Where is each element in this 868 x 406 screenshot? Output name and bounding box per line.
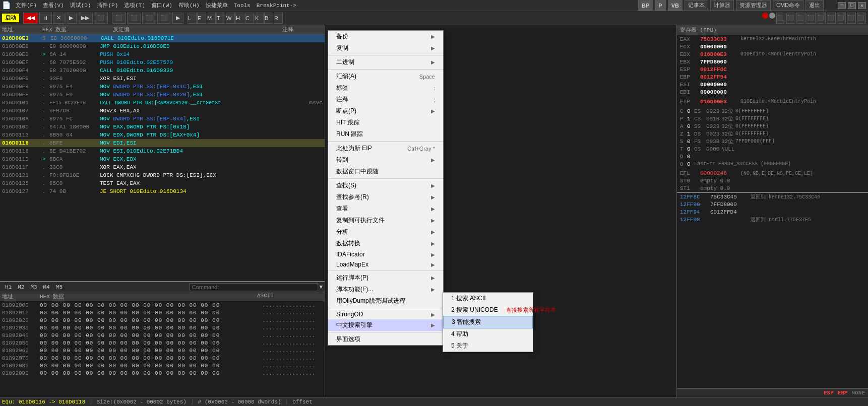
pause-btn[interactable]: ⏸: [39, 13, 52, 24]
vb-button[interactable]: VB: [668, 0, 683, 11]
mem-tab-m3[interactable]: M3: [27, 284, 40, 291]
table-row[interactable]: 016D00FB . 8975 E4 MOV DWORD PTR SS:[EBP…: [0, 83, 325, 91]
context-menu[interactable]: 备份▶ 复制▶ 二进制▶ 汇编(A)Space 标签: 注释; 断点(P)▶ H…: [328, 30, 444, 346]
table-row[interactable]: 016D00EF . 68 7075E502 PUSH 010Edito.02E…: [0, 58, 325, 66]
list-item[interactable]: 0189201000 00 00 00 00 00 00 00 00 00 00…: [0, 309, 325, 316]
win-close[interactable]: ✕: [858, 2, 866, 9]
table-row[interactable]: 016D010A . 8975 FC MOV DWORD PTR SS:[EBP…: [0, 115, 325, 123]
table-row[interactable]: 016D0116 . 8BFE MOV EDI,ESI: [0, 139, 325, 147]
menu-debug[interactable]: 调试(D): [67, 1, 94, 11]
submenu-chinese-search[interactable]: 1 搜索 ASCII 2 搜索 UNICODE 直接搜索所有字符串 3 智能搜索…: [443, 292, 533, 352]
cm-follow-data[interactable]: 数据窗口中跟随: [328, 166, 443, 177]
table-row[interactable]: 016D0107 . 0FB7D8 MOVZX EBX,AX: [0, 107, 325, 115]
submenu-smart-search[interactable]: 3 智能搜索: [443, 316, 533, 328]
table-row[interactable]: 016D0125 . 85C0 TEST EAX,EAX: [0, 179, 325, 187]
resource-button[interactable]: 资源管理器: [736, 0, 771, 11]
stack-row[interactable]: 12FF94 0012FFD4: [677, 208, 868, 216]
submenu-help[interactable]: 4 帮助: [443, 328, 533, 340]
table-row[interactable]: 016D0101 . FF15 BC23E70 CALL DWORD PTR D…: [0, 99, 325, 107]
table-row[interactable]: 016D00E8 . E9 00000000 JMP 010Edito.016D…: [0, 42, 325, 50]
reg-esi[interactable]: ESI 00000000: [677, 81, 868, 88]
table-row[interactable]: 016D00F4 . E8 37020000 CALL 010Edito.016…: [0, 66, 325, 75]
cm-view[interactable]: 查看▶: [328, 203, 443, 215]
command-input[interactable]: [190, 283, 319, 291]
reg-eax[interactable]: EAX 75C33C33 kernel32.BaseThreadInitTh: [677, 35, 868, 43]
notepad-button[interactable]: 记事本: [685, 0, 708, 11]
win-max[interactable]: □: [848, 2, 856, 9]
reg-esp[interactable]: ESP 0012FF8C: [677, 65, 868, 73]
list-item[interactable]: 0189203000 00 00 00 00 00 00 00 00 00 00…: [0, 324, 325, 331]
cm-run-trace[interactable]: RUN 跟踪: [328, 128, 443, 140]
menu-shortcut[interactable]: 快捷菜单: [203, 1, 231, 11]
stack-row[interactable]: 12FF8C 75C33C45 返回到 kerne132.75C33C45: [677, 193, 868, 200]
lbl-H[interactable]: H: [235, 13, 244, 24]
restart-btn[interactable]: ◀◀: [23, 13, 38, 24]
cm-find-ref[interactable]: 查找参考(R)▶: [328, 191, 443, 203]
list-item[interactable]: 0189206000 00 00 00 00 00 00 00 00 00 00…: [0, 347, 325, 354]
lbl-C[interactable]: C: [245, 13, 254, 24]
table-row[interactable]: 016D00E3 $ E8 36060000 CALL 010Edito.016…: [0, 34, 325, 42]
list-item[interactable]: 0189205000 00 00 00 00 00 00 00 00 00 00…: [0, 339, 325, 347]
cm-chinese-search[interactable]: 中文搜索引擎▶: [328, 319, 443, 331]
table-row[interactable]: 016D00F9 . 33F6 XOR ESI,ESI: [0, 75, 325, 83]
cm-run-script[interactable]: 运行脚本(P)▶: [328, 272, 443, 284]
reg-eip[interactable]: EIP 016D00E3 010Edito.<ModuleEntryPoin: [677, 98, 868, 105]
cm-new-eip[interactable]: 此处为新 EIPCtrl+Gray *: [328, 143, 443, 154]
exit-button[interactable]: 退出: [805, 0, 824, 11]
table-row[interactable]: 016D0113 . 8B50 04 MOV EDX,DWORD PTR DS:…: [0, 131, 325, 139]
table-row[interactable]: 016D010D . 64:A1 180000 MOV EAX,DWORD PT…: [0, 123, 325, 131]
list-item[interactable]: 0189202000 00 00 00 00 00 00 00 00 00 00…: [0, 316, 325, 324]
calc-button[interactable]: 计算器: [710, 0, 734, 11]
step-in-btn[interactable]: ▶: [66, 13, 77, 24]
tb-btn4[interactable]: ⬛: [157, 13, 171, 24]
extra-btn8[interactable]: ⬛: [847, 13, 856, 24]
tb-btn1[interactable]: ⬛: [112, 13, 126, 24]
menu-help[interactable]: 帮助(H): [175, 1, 203, 11]
cm-copy[interactable]: 复制▶: [328, 42, 443, 54]
cm-hit-trace[interactable]: HIT 跟踪: [328, 117, 443, 128]
list-item[interactable]: 0189207000 00 00 00 00 00 00 00 00 00 00…: [0, 354, 325, 362]
menu-window[interactable]: 窗口(W): [148, 1, 175, 11]
cm-assemble[interactable]: 汇编(A)Space: [328, 71, 443, 82]
lbl-M[interactable]: M: [207, 13, 216, 24]
cm-label[interactable]: 标签:: [328, 82, 443, 94]
extra-btn7[interactable]: ⬛: [837, 13, 846, 24]
mem-tab-h1[interactable]: H1: [2, 284, 15, 291]
cm-strongod[interactable]: StrongOD▶: [328, 309, 443, 319]
stack-row[interactable]: 12FF90 7FFD8000: [677, 200, 868, 208]
reg-ecx[interactable]: ECX 00000000: [677, 43, 868, 50]
cm-ui-options[interactable]: 界面选项: [328, 333, 443, 345]
extra-btn4[interactable]: ⬛: [807, 13, 816, 24]
mem-tab-m4[interactable]: M4: [40, 284, 53, 291]
command-dropdown[interactable]: ▼: [319, 284, 323, 290]
reg-ebp[interactable]: EBP 0012FF94: [677, 73, 868, 81]
table-row[interactable]: 016D011F . 33C0 XOR EAX,EAX: [0, 163, 325, 171]
cmd-button[interactable]: CMD命令: [773, 0, 803, 11]
cm-analyze[interactable]: 分析▶: [328, 226, 443, 238]
cm-backup[interactable]: 备份▶: [328, 31, 443, 42]
lbl-E[interactable]: E: [197, 13, 206, 24]
bp-button[interactable]: BP: [638, 0, 653, 11]
submenu-unicode-row[interactable]: 2 搜索 UNICODE 直接搜索所有字符串: [443, 304, 533, 316]
list-item[interactable]: 0189208000 00 00 00 00 00 00 00 00 00 00…: [0, 362, 325, 369]
extra-btn1[interactable]: ⬛: [776, 13, 785, 24]
cm-find[interactable]: 查找(S)▶: [328, 180, 443, 191]
menu-breakpoint[interactable]: BreakPoint->: [254, 1, 299, 11]
menu-tools[interactable]: Tools: [231, 1, 254, 11]
cm-goto[interactable]: 转到▶: [328, 154, 443, 166]
extra-btn5[interactable]: ⬛: [817, 13, 826, 24]
mem-tab-m5[interactable]: M5: [53, 284, 66, 291]
extra-btn9[interactable]: ⬛: [857, 13, 866, 24]
extra-btn6[interactable]: ⬛: [827, 13, 836, 24]
menu-options[interactable]: 选项(T): [121, 1, 148, 11]
lbl-R[interactable]: R: [274, 13, 283, 24]
list-item[interactable]: 0189204000 00 00 00 00 00 00 00 00 00 00…: [0, 331, 325, 339]
table-row[interactable]: 016D0127 . 74 0B JE SHORT 010Edito.016D0…: [0, 187, 325, 195]
cm-copy-to-exec[interactable]: 复制到可执行文件▶: [328, 215, 443, 226]
win-min[interactable]: ─: [838, 2, 846, 9]
menu-plugin[interactable]: 插件(P): [94, 1, 121, 11]
table-row[interactable]: 016D011D > 8BCA MOV ECX,EDX: [0, 155, 325, 163]
submenu-about[interactable]: 5 关于: [443, 340, 533, 352]
cm-comment[interactable]: 注释;: [328, 94, 443, 105]
list-item[interactable]: 0189200000 00 00 00 00 00 00 00 00 00 00…: [0, 301, 325, 309]
